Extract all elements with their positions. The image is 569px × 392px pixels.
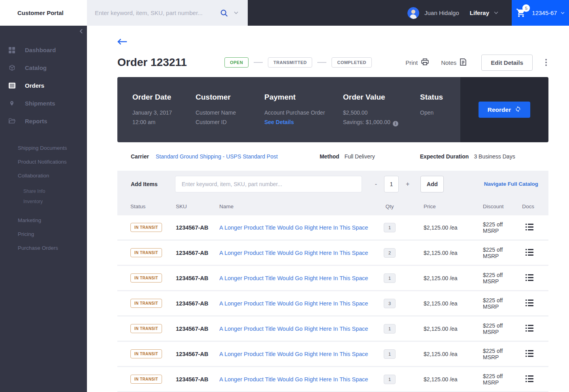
carrier-label: Carrier xyxy=(131,153,149,160)
sidebar-item-pricing[interactable]: Pricing xyxy=(0,227,87,241)
docs-list-icon[interactable] xyxy=(525,324,534,332)
cart-chevron-down-icon[interactable] xyxy=(561,12,565,14)
qty-plus-button[interactable]: + xyxy=(404,179,411,189)
discount-cell: $225 off MSRP xyxy=(463,373,518,386)
carrier-link[interactable]: Standard Ground Shipping - USPS Standard… xyxy=(156,153,278,160)
cart-order-id[interactable]: 12345-67 xyxy=(532,9,557,16)
price-cell: $2,125.00 /ea xyxy=(408,300,463,307)
table-header: Status SKU Name Qty Price Discount Docs xyxy=(117,197,548,215)
navigate-full-catalog-link[interactable]: Navigate Full Catalog xyxy=(484,181,538,187)
reorder-button[interactable]: Reorder xyxy=(479,102,530,118)
sku-cell: 1234567-AB xyxy=(176,224,219,231)
status-badge: IN TRANSIT xyxy=(130,273,162,283)
user-avatar[interactable] xyxy=(407,7,419,19)
product-link[interactable]: A Longer Product Title Would Go Right He… xyxy=(219,275,368,281)
add-items-label: Add Items xyxy=(131,181,158,187)
sidebar-item-shipments[interactable]: Shipments xyxy=(0,94,87,112)
add-items-row: Add Items - + Add Navigate Full Catalog xyxy=(117,171,548,197)
shipping-info-row: Carrier Standard Ground Shipping - USPS … xyxy=(117,142,548,171)
price-cell: $2,125.00 /ea xyxy=(408,275,463,281)
cart-button[interactable]: 5 12345-67 xyxy=(512,0,569,26)
product-link[interactable]: A Longer Product Title Would Go Right He… xyxy=(219,300,368,307)
search-icon[interactable] xyxy=(220,9,228,17)
column-header-status: Status xyxy=(130,204,176,209)
edit-details-button[interactable]: Edit Details xyxy=(481,55,533,71)
global-search-input[interactable] xyxy=(95,9,216,16)
print-button[interactable]: Print xyxy=(405,58,429,66)
back-arrow-icon[interactable] xyxy=(117,38,127,45)
price-cell: $2,125.00 /ea xyxy=(408,326,463,332)
price-cell: $2,125.00 /ea xyxy=(408,224,463,231)
search-scope-chevron-down-icon[interactable] xyxy=(234,11,238,14)
sidebar-item-shipping-documents[interactable]: Shipping Documents xyxy=(0,141,87,155)
qty-minus-button[interactable]: - xyxy=(373,179,379,189)
sidebar-collapse-chevron-left-icon[interactable] xyxy=(79,29,83,34)
column-header-docs: Docs xyxy=(518,204,535,209)
order-time-value: 12:00 am xyxy=(132,117,196,127)
global-search-bar xyxy=(87,0,248,26)
printer-icon xyxy=(421,58,429,66)
discount-cell: $225 off MSRP xyxy=(463,297,518,310)
docs-list-icon[interactable] xyxy=(525,349,534,358)
sidebar-item-orders[interactable]: Orders xyxy=(0,77,87,94)
product-link[interactable]: A Longer Product Title Would Go Right He… xyxy=(219,224,368,231)
sync-icon xyxy=(515,106,521,114)
notes-button[interactable]: Notes xyxy=(441,58,466,67)
status-badge: IN TRANSIT xyxy=(130,248,162,257)
product-link[interactable]: A Longer Product Title Would Go Right He… xyxy=(219,351,368,357)
qty-chip: 1 xyxy=(384,324,396,334)
qty-chip: 1 xyxy=(384,349,396,359)
sidebar-item-label: Dashboard xyxy=(25,47,56,53)
see-details-link[interactable]: See Details xyxy=(264,119,294,125)
order-summary-panel: Order Date January 3, 2017 12:00 am Cust… xyxy=(117,77,548,142)
product-link[interactable]: A Longer Product Title Would Go Right He… xyxy=(219,250,368,256)
savings-value: Savings: $1,000.00 xyxy=(343,119,390,125)
docs-list-icon[interactable] xyxy=(525,223,534,231)
sidebar-item-product-notifications[interactable]: Product Notifications xyxy=(0,155,87,169)
qty-chip: 1 xyxy=(384,223,396,232)
qty-input[interactable] xyxy=(384,176,399,192)
cart-icon[interactable]: 5 xyxy=(516,8,526,18)
docs-list-icon[interactable] xyxy=(525,273,534,282)
sidebar-item-dashboard[interactable]: Dashboard xyxy=(0,41,87,59)
sidebar-item-reports[interactable]: Reports xyxy=(0,112,87,130)
map-pin-icon xyxy=(8,100,15,107)
status-badge: IN TRANSIT xyxy=(130,349,162,358)
customer-column: Customer Customer Name Customer ID xyxy=(196,93,264,142)
customer-name-value: Customer Name xyxy=(196,108,264,117)
add-button[interactable]: Add xyxy=(420,176,444,192)
order-summary-fields: Order Date January 3, 2017 12:00 am Cust… xyxy=(117,77,460,142)
table-row: IN TRANSIT 1234567-AB A Longer Product T… xyxy=(117,317,548,341)
sidebar-item-label: Shipments xyxy=(25,100,55,107)
add-items-search-input[interactable] xyxy=(175,176,362,192)
account-chevron-down-icon[interactable] xyxy=(494,11,498,14)
info-icon[interactable]: i xyxy=(393,121,398,126)
docs-list-icon[interactable] xyxy=(525,248,534,256)
price-cell: $2,125.00 /ea xyxy=(408,376,463,383)
docs-list-icon[interactable] xyxy=(525,299,534,307)
sidebar-item-purchase-orders[interactable]: Purchase Orders xyxy=(0,241,87,255)
status-badge: IN TRANSIT xyxy=(130,375,162,384)
sidebar-tertiary-nav: Marketing Pricing Purchase Orders xyxy=(0,213,87,255)
sidebar-item-collaboration[interactable]: Collaboration xyxy=(0,169,87,183)
step-connector xyxy=(317,62,326,63)
product-link[interactable]: A Longer Product Title Would Go Right He… xyxy=(219,326,368,332)
kebab-menu-icon[interactable] xyxy=(544,57,548,68)
column-header-name: Name xyxy=(219,204,371,209)
sidebar-item-inventory[interactable]: Inventory xyxy=(0,196,87,207)
sidebar-item-marketing[interactable]: Marketing xyxy=(0,213,87,227)
sidebar-item-share-info[interactable]: Share Info xyxy=(0,186,87,196)
table-row: IN TRANSIT 1234567-AB A Longer Product T… xyxy=(117,367,548,391)
sku-cell: 1234567-AB xyxy=(176,351,219,357)
table-row: IN TRANSIT 1234567-AB A Longer Product T… xyxy=(117,342,548,366)
order-items-list: IN TRANSIT 1234567-AB A Longer Product T… xyxy=(117,215,548,391)
account-selector[interactable]: Liferay xyxy=(470,9,489,16)
product-link[interactable]: A Longer Product Title Would Go Right He… xyxy=(219,376,368,383)
qty-chip: 1 xyxy=(384,273,396,283)
user-name[interactable]: Juan Hidalgo xyxy=(424,9,459,16)
status-column: Status Open xyxy=(420,93,460,142)
column-header-sku: SKU xyxy=(176,204,219,209)
page-title: Order 123211 xyxy=(117,56,187,69)
sidebar-item-catalog[interactable]: Catalog xyxy=(0,59,87,77)
docs-list-icon[interactable] xyxy=(525,375,534,383)
